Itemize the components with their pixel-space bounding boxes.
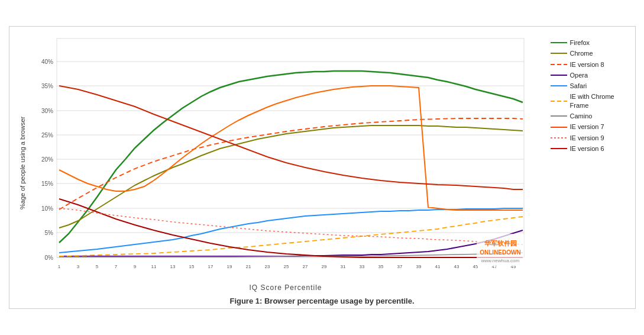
svg-text:19: 19 <box>226 264 232 269</box>
svg-text:25%: 25% <box>41 132 53 138</box>
svg-text:40%: 40% <box>41 59 53 65</box>
chart-legend: FirefoxChromeIE version 8OperaSafariIE w… <box>545 33 629 293</box>
legend-item: Camino <box>551 112 629 120</box>
legend-item: IE version 9 <box>551 134 629 142</box>
svg-text:30%: 30% <box>41 108 53 114</box>
svg-text:3: 3 <box>76 264 79 269</box>
legend-item: Opera <box>551 71 629 79</box>
legend-item: IE version 8 <box>551 60 629 69</box>
legend-label: Firefox <box>570 38 590 47</box>
svg-text:33: 33 <box>359 264 364 269</box>
legend-item: IE version 7 <box>551 123 629 131</box>
legend-label: Chrome <box>570 49 593 57</box>
svg-text:13: 13 <box>170 264 175 269</box>
legend-item: IE with Chrome Frame <box>551 92 629 109</box>
svg-text:5: 5 <box>95 264 98 269</box>
svg-text:1: 1 <box>57 264 60 269</box>
legend-item: Firefox <box>551 38 629 47</box>
chart-area: 0% 5% 10% 15% 20% 25% 30% 35% 40% 1 3 5 <box>27 33 545 293</box>
svg-text:20%: 20% <box>41 156 53 163</box>
legend-label: IE version 8 <box>570 60 604 69</box>
legend-label: Opera <box>570 71 588 79</box>
svg-text:35: 35 <box>378 264 383 269</box>
svg-text:ONLINEDOWN: ONLINEDOWN <box>480 249 520 256</box>
svg-text:31: 31 <box>340 264 345 269</box>
svg-text:0%: 0% <box>44 255 53 261</box>
svg-rect-0 <box>57 38 524 257</box>
svg-text:23: 23 <box>264 264 270 269</box>
svg-text:华军软件园: 华军软件园 <box>483 240 516 247</box>
legend-label: IE version 7 <box>570 123 604 131</box>
svg-text:25: 25 <box>283 264 289 269</box>
svg-text:9: 9 <box>133 264 136 269</box>
legend-item: IE version 6 <box>551 144 629 153</box>
legend-item: Chrome <box>551 49 629 57</box>
svg-text:35%: 35% <box>41 83 53 89</box>
x-axis-label: IQ Score Percentile <box>27 281 545 293</box>
y-axis-label: %age of people using a browser <box>15 33 27 293</box>
svg-text:41: 41 <box>435 264 440 269</box>
svg-text:11: 11 <box>151 264 156 269</box>
svg-text:37: 37 <box>397 264 402 269</box>
svg-text:www.newhua.com: www.newhua.com <box>480 258 519 263</box>
chart-container: %age of people using a browser <box>9 26 636 309</box>
svg-text:5%: 5% <box>44 230 53 236</box>
legend-label: IE with Chrome Frame <box>570 92 629 109</box>
svg-text:15%: 15% <box>41 181 53 187</box>
svg-text:39: 39 <box>416 264 421 269</box>
legend-label: Camino <box>570 112 593 120</box>
chart-svg-wrap: 0% 5% 10% 15% 20% 25% 30% 35% 40% 1 3 5 <box>27 33 545 281</box>
svg-text:29: 29 <box>321 264 326 269</box>
svg-text:43: 43 <box>454 264 459 269</box>
svg-text:17: 17 <box>208 264 213 269</box>
legend-label: IE version 6 <box>570 144 604 153</box>
svg-text:7: 7 <box>114 264 117 269</box>
figure-caption-prefix: Figure 1: <box>229 297 262 305</box>
legend-item: Safari <box>551 82 629 90</box>
figure-caption: Figure 1: Browser percentage usage by pe… <box>15 297 629 305</box>
legend-label: Safari <box>570 82 587 90</box>
svg-text:10%: 10% <box>41 205 53 212</box>
svg-text:15: 15 <box>189 264 194 269</box>
svg-text:27: 27 <box>302 264 308 269</box>
svg-text:21: 21 <box>245 264 251 269</box>
figure-caption-text: Browser percentage usage by percentile. <box>262 297 414 305</box>
chart-svg: 0% 5% 10% 15% 20% 25% 30% 35% 40% 1 3 5 <box>27 33 542 281</box>
legend-label: IE version 9 <box>570 134 604 142</box>
